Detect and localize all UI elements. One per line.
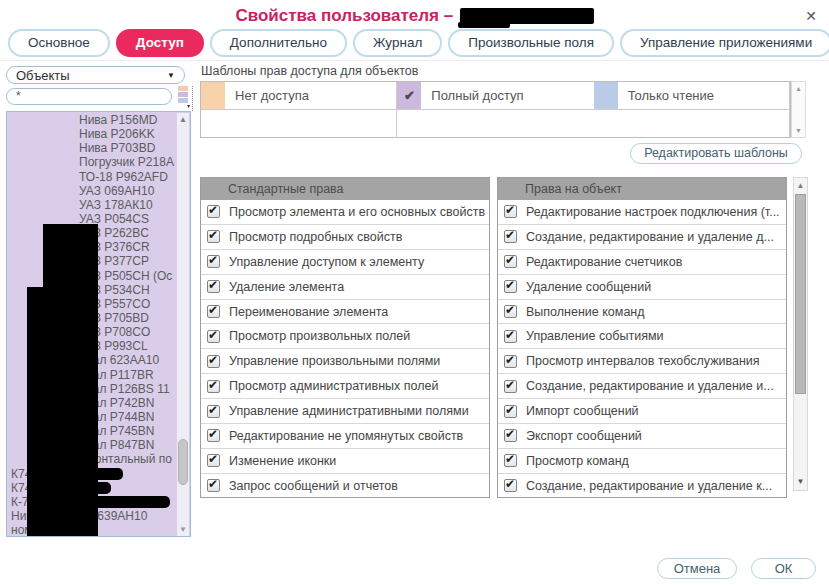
checkbox-checked-icon[interactable]: ✔: [504, 330, 517, 343]
template-cell[interactable]: Нет доступа: [201, 82, 397, 110]
checkbox-checked-icon[interactable]: ✔: [207, 280, 220, 293]
template-empty-cell[interactable]: [594, 110, 790, 138]
close-icon[interactable]: ✕: [805, 8, 817, 24]
checkbox-checked-icon[interactable]: ✔: [207, 405, 220, 418]
checkbox-checked-icon[interactable]: ✔: [207, 230, 220, 243]
permission-row: ✔ Редактирование настроек подключения (т…: [498, 200, 786, 225]
checkbox-checked-icon[interactable]: ✔: [207, 355, 220, 368]
permission-label: Просмотр интервалов техобслуживания: [526, 354, 760, 368]
checkbox-checked-icon[interactable]: ✔: [207, 305, 220, 318]
tab[interactable]: Журнал: [353, 29, 442, 57]
permission-row: ✔ Импорт сообщений: [498, 399, 786, 424]
list-item-label: УАЗ 178АК10: [79, 198, 153, 212]
list-item-label: Нива P156MD: [79, 113, 157, 127]
permission-row: ✔ Создание, редактирование и удаление д.…: [498, 225, 786, 250]
cancel-button[interactable]: Отмена: [657, 558, 737, 579]
tab[interactable]: Произвольные поля: [448, 29, 614, 57]
checkbox-checked-icon[interactable]: ✔: [504, 429, 517, 442]
list-item[interactable]: Нива P156MD: [7, 113, 177, 127]
permission-label: Удаление элемента: [229, 280, 344, 294]
check-mark: ✔: [505, 278, 515, 292]
permission-label: Управление произвольными полями: [229, 354, 440, 368]
object-rights-header: Права на объект: [498, 178, 786, 200]
checkbox-checked-icon[interactable]: ✔: [207, 479, 220, 492]
tab[interactable]: Дополнительно: [210, 29, 347, 57]
list-item[interactable]: ТО-18 P962AFD: [7, 170, 177, 184]
checkbox-checked-icon[interactable]: ✔: [504, 305, 517, 318]
permission-label: Редактирование не упомянутых свойств: [229, 429, 463, 443]
list-item-label: ТО-18 P962AFD: [79, 170, 168, 184]
edit-templates-button[interactable]: Редактировать шаблоны: [630, 143, 802, 164]
checkbox-checked-icon[interactable]: ✔: [504, 230, 517, 243]
checkbox-checked-icon[interactable]: ✔: [504, 355, 517, 368]
check-mark: ✔: [208, 278, 218, 292]
dialog-title-row: Свойства пользователя –: [0, 6, 829, 26]
checkbox-checked-icon[interactable]: ✔: [207, 380, 220, 393]
scroll-up-icon[interactable]: ▲: [177, 115, 189, 124]
template-color-swatch: [594, 82, 618, 109]
checkbox-checked-icon[interactable]: ✔: [207, 330, 220, 343]
template-empty-cell[interactable]: [397, 110, 593, 138]
permission-label: Выполнение команд: [526, 305, 645, 319]
checkbox-checked-icon[interactable]: ✔: [207, 205, 220, 218]
permission-row: ✔ Создание, редактирование и удаление и.…: [498, 374, 786, 399]
check-mark: ✔: [208, 378, 218, 392]
checkbox-checked-icon[interactable]: ✔: [504, 255, 517, 268]
templates-table: Нет доступа ✔ Полный доступ Только чтени…: [200, 81, 791, 138]
permission-label: Экспорт сообщений: [526, 429, 642, 443]
checkbox-checked-icon[interactable]: ✔: [504, 454, 517, 467]
check-mark: ✔: [505, 452, 515, 466]
list-item[interactable]: Нива P206KK: [7, 127, 177, 141]
check-mark: ✔: [208, 477, 218, 491]
scroll-down-icon[interactable]: ▼: [177, 525, 189, 534]
check-mark: ✔: [505, 203, 515, 217]
scroll-down-icon[interactable]: ▼: [792, 127, 805, 134]
tab[interactable]: Основное: [8, 29, 110, 57]
template-empty-cell[interactable]: [201, 110, 397, 138]
checkbox-checked-icon[interactable]: ✔: [207, 255, 220, 268]
templates-scrollbar[interactable]: ▲ ▼: [791, 81, 806, 138]
permission-label: Создание, редактирование и удаление к...: [526, 479, 772, 493]
checkbox-checked-icon[interactable]: ✔: [207, 454, 220, 467]
checkbox-checked-icon[interactable]: ✔: [504, 405, 517, 418]
checkbox-checked-icon[interactable]: ✔: [504, 380, 517, 393]
template-color-swatch: [201, 82, 225, 109]
permission-label: Редактирование счетчиков: [526, 255, 682, 269]
scrollbar-thumb[interactable]: [795, 194, 806, 394]
scroll-up-icon[interactable]: ▲: [792, 85, 805, 92]
permission-label: Запрос сообщений и отчетов: [229, 479, 398, 493]
tab[interactable]: Управление приложениями: [620, 29, 829, 57]
check-mark: ✔: [505, 353, 515, 367]
checkbox-checked-icon[interactable]: ✔: [504, 479, 517, 492]
checkbox-checked-icon[interactable]: ✔: [504, 280, 517, 293]
permission-label: Управление доступом к элементу: [229, 255, 424, 269]
list-item[interactable]: УАЗ 069АН10: [7, 184, 177, 198]
list-item[interactable]: Нива P703BD: [7, 141, 177, 155]
object-list-scrollbar[interactable]: ▲ ▼: [176, 113, 189, 536]
ok-button[interactable]: ОК: [751, 558, 816, 579]
object-rights-rows: ✔ Редактирование настроек подключения (т…: [498, 200, 786, 498]
list-item[interactable]: Погрузчик P218A: [7, 155, 177, 169]
tab[interactable]: Доступ: [116, 29, 204, 57]
permission-label: Просмотр административных полей: [229, 379, 439, 393]
template-cell[interactable]: ✔ Полный доступ: [397, 82, 593, 110]
apply-template-icon[interactable]: ▾: [178, 86, 193, 111]
list-item[interactable]: УАЗ 178АК10: [7, 198, 177, 212]
permission-row: ✔ Редактирование счетчиков: [498, 250, 786, 275]
permission-label: Просмотр элемента и его основных свойств: [229, 205, 485, 219]
scrollbar-thumb[interactable]: [178, 439, 188, 485]
checkbox-checked-icon[interactable]: ✔: [207, 429, 220, 442]
object-type-dropdown[interactable]: Объекты ▼: [6, 66, 185, 84]
scroll-down-icon[interactable]: ▼: [794, 477, 807, 486]
template-cell[interactable]: Только чтение: [594, 82, 790, 110]
check-mark: ✔: [208, 328, 218, 342]
permission-row: ✔ Создание, редактирование и удаление к.…: [498, 474, 786, 498]
checkbox-checked-icon[interactable]: ✔: [504, 205, 517, 218]
check-mark: ✔: [208, 427, 218, 441]
search-input[interactable]: *: [6, 88, 172, 105]
permission-label: Управление событиями: [526, 329, 664, 343]
permissions-scrollbar[interactable]: ▲ ▼: [793, 177, 808, 491]
scroll-up-icon[interactable]: ▲: [794, 181, 807, 190]
standard-rights-header: Стандартные права: [201, 178, 489, 200]
check-mark: ✔: [505, 403, 515, 417]
